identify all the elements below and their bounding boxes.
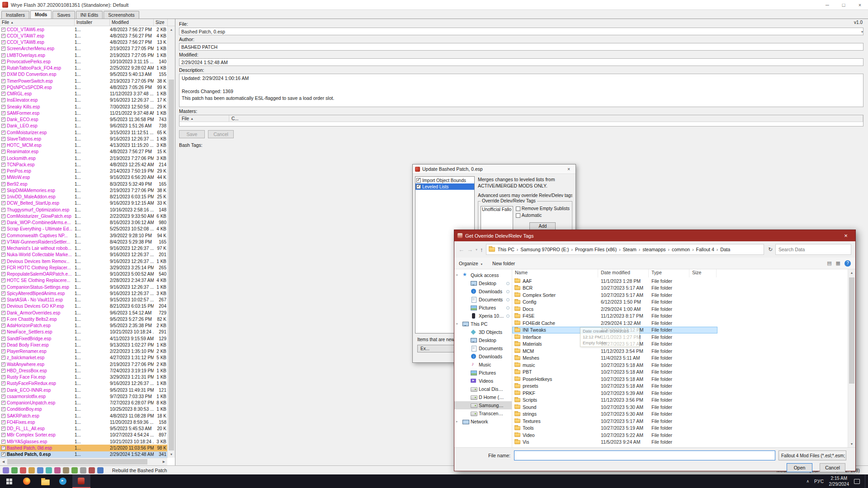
mod-checkbox[interactable] xyxy=(1,175,5,179)
mod-row[interactable]: Rusty Face Fix.esp 1... 3/29/2023 1:21:3… xyxy=(0,374,167,380)
mod-row[interactable]: PQsNPCsSPCDR.esp 1... 4/8/2023 7:05:26 P… xyxy=(0,84,167,90)
mod-row[interactable]: csaarmorslotfix.esp 1... 9/7/2023 7:03:3… xyxy=(0,393,167,399)
mod-row[interactable]: TimerPowerSwitch.esp 1... 2/19/2023 7:27… xyxy=(0,78,167,84)
mod-row[interactable]: RepopulateSalemOARPatch.e... 1... 9/10/2… xyxy=(0,271,167,277)
sidebar-item[interactable]: Downloads xyxy=(454,352,512,361)
remove-empty-checkbox[interactable] xyxy=(516,206,520,211)
mod-checkbox[interactable] xyxy=(1,298,5,302)
mod-checkbox[interactable] xyxy=(1,240,5,244)
sidebar-item[interactable]: This PC xyxy=(454,320,512,328)
override-mod-item[interactable]: Unofficial Fallout 4 Patc xyxy=(482,207,512,212)
mod-row[interactable]: RutahTattooPack_FO4.esp 1... 2/25/2022 9… xyxy=(0,65,167,71)
tab[interactable]: Saves xyxy=(52,11,75,19)
mod-checkbox[interactable] xyxy=(1,92,5,96)
details-view-icon[interactable]: ▦ xyxy=(836,260,840,266)
tab[interactable]: INI Edits xyxy=(76,11,103,19)
launcher-icon[interactable] xyxy=(97,467,104,474)
sidebar-item[interactable]: Network xyxy=(454,418,512,426)
mod-checkbox[interactable] xyxy=(1,53,5,57)
mod-checkbox[interactable] xyxy=(1,388,5,392)
folder-row[interactable]: Docs 2/29/2024 1:00 AM File folder xyxy=(512,305,717,313)
mod-row[interactable]: SandtFixedBridge.esp 1... 4/11/2023 9:15… xyxy=(0,335,167,342)
add-button[interactable]: Add xyxy=(529,222,556,230)
mod-checkbox[interactable] xyxy=(1,60,5,64)
mod-checkbox[interactable] xyxy=(1,79,5,83)
mod-checkbox[interactable] xyxy=(1,85,5,89)
mod-checkbox[interactable] xyxy=(1,285,5,289)
mod-row[interactable]: ScreenArcherMenu.esp 1... 2/19/2023 7:27… xyxy=(0,46,167,52)
mods-horizontal-scrollbar[interactable]: ◀ ▶ xyxy=(0,458,167,465)
mod-row[interactable]: Ber92.esp 1... 8/3/2023 5:32:49 PM 165 xyxy=(0,181,167,187)
column-header-size[interactable]: Size xyxy=(154,19,168,26)
mod-row[interactable]: NewFace_Settlers.esp 1... 10/21/2023 10:… xyxy=(0,329,167,335)
tab[interactable]: Screenshots xyxy=(104,11,139,19)
folder-row[interactable]: MCM 11/12/2023 3:54 PM File folder xyxy=(512,347,717,355)
mod-row[interactable]: MWoW.esp 1... 9/16/2023 6:56:20 AM 44 K xyxy=(0,174,167,181)
folder-row[interactable]: Sound 10/27/2023 5:30 AM File folder xyxy=(512,404,717,411)
taskbar-app-button[interactable] xyxy=(36,474,54,488)
mod-row[interactable]: SlaveTattoos.esp 1... 9/16/2023 12:26:37… xyxy=(0,136,167,142)
mod-checkbox[interactable] xyxy=(1,394,5,399)
mod-checkbox[interactable] xyxy=(1,221,5,225)
mod-checkbox[interactable] xyxy=(1,381,5,385)
mod-checkbox[interactable] xyxy=(1,150,5,154)
masters-column-file[interactable]: File ▲ xyxy=(179,115,229,122)
launcher-icon[interactable] xyxy=(3,467,9,474)
modified-field[interactable]: 2/29/2024 1:52:48 AM xyxy=(179,58,863,66)
mod-row[interactable]: InsElevator.esp 1... 9/16/2023 12:26:37 … xyxy=(0,97,167,103)
folder-row[interactable]: AAF 11/1/2023 1:28 PM File folder xyxy=(512,277,717,285)
launcher-icon[interactable] xyxy=(11,467,18,474)
remove-empty-sublists-option[interactable]: Remove Empty Sublists xyxy=(516,206,570,211)
sidebar-item[interactable]: Transcend 220Q (F:) xyxy=(454,409,512,418)
mod-checkbox[interactable] xyxy=(1,163,5,167)
folder-row[interactable]: BCR 10/27/2023 5:17 AM File folder xyxy=(512,285,717,292)
breadcrumb-item[interactable]: This PC xyxy=(498,247,521,252)
mod-row[interactable]: SAKRPatch.esp 1... 4/8/2023 11:08:28 PM … xyxy=(0,413,167,419)
save-button[interactable]: Save xyxy=(179,130,205,138)
close-button[interactable]: × xyxy=(852,0,868,9)
mod-checkbox[interactable] xyxy=(1,420,5,424)
file-field[interactable]: Bashed Patch, 0.esp ▾ xyxy=(179,28,863,35)
up-icon[interactable]: ↑ xyxy=(480,246,483,253)
search-input[interactable] xyxy=(775,244,851,255)
mod-row[interactable]: Bashed Patch, 0.esp 1... 2/29/2024 1:52:… xyxy=(0,451,167,458)
taskbar-app-button[interactable] xyxy=(54,474,72,488)
mod-row[interactable]: Devious Devices GO KP.esp 1... 8/21/2023… xyxy=(0,303,167,310)
launcher-icon[interactable] xyxy=(89,467,95,474)
collapse-chevron-icon[interactable]: ▾ xyxy=(861,30,863,34)
language-indicator[interactable]: РУС xyxy=(814,479,824,484)
mod-checkbox[interactable] xyxy=(1,195,5,199)
breadcrumb-item[interactable]: Fallout 4 xyxy=(696,247,721,252)
mod-row[interactable]: PenPos.esp 1... 2/14/2023 7:50:19 PM 29 … xyxy=(0,168,167,174)
mod-row[interactable]: DD_FL_LL_All.esp 1... 9/5/2023 5:45:53 A… xyxy=(0,426,167,432)
sidebar-item[interactable]: Pictures xyxy=(454,369,512,377)
mod-checkbox[interactable] xyxy=(1,201,5,205)
mod-row[interactable]: Devious Devices Item Remov... 1... 9/16/… xyxy=(0,258,167,264)
sidebar-item[interactable]: Documents xyxy=(454,296,512,304)
scroll-up-icon[interactable]: ▲ xyxy=(848,269,855,276)
breadcrumb[interactable]: This PCSamsung 970PRO (E:)Program Files … xyxy=(486,244,764,255)
automatic-checkbox[interactable] xyxy=(516,213,520,218)
mod-checkbox[interactable] xyxy=(1,330,5,334)
mod-checkbox[interactable] xyxy=(1,446,5,450)
mod-checkbox[interactable] xyxy=(1,34,5,38)
history-chevron-icon[interactable]: ▾ xyxy=(476,248,477,252)
tree-chevron-icon[interactable] xyxy=(456,420,460,423)
folder-row[interactable]: Video 10/27/2023 5:22 AM File folder xyxy=(512,432,717,439)
scroll-left-icon[interactable]: ◀ xyxy=(0,458,7,465)
tree-chevron-icon[interactable] xyxy=(456,273,460,277)
back-icon[interactable]: ← xyxy=(458,246,464,253)
mod-checkbox[interactable] xyxy=(1,278,5,282)
mod-checkbox[interactable] xyxy=(1,117,5,122)
sidebar-item[interactable]: Local Disk (C:) xyxy=(454,385,512,393)
mod-checkbox[interactable] xyxy=(1,169,5,173)
scrollbar-thumb[interactable] xyxy=(169,80,174,450)
mod-checkbox[interactable] xyxy=(1,317,5,321)
file-type-dropdown[interactable]: Fallout 4 Mod Files (*.esl;*.esm; ▾ xyxy=(778,450,846,460)
automatic-option[interactable]: Automatic xyxy=(516,213,570,218)
mod-checkbox[interactable] xyxy=(1,304,5,308)
mod-row[interactable]: Dank_WOP-CombinedArms.e... 1... 8/16/202… xyxy=(0,220,167,226)
mod-checkbox[interactable] xyxy=(1,143,5,147)
mod-row[interactable]: CCOI_VTAW6.esp 1... 4/8/2023 7:56:27 PM … xyxy=(0,26,167,33)
sidebar-item[interactable]: Downloads xyxy=(454,287,512,296)
